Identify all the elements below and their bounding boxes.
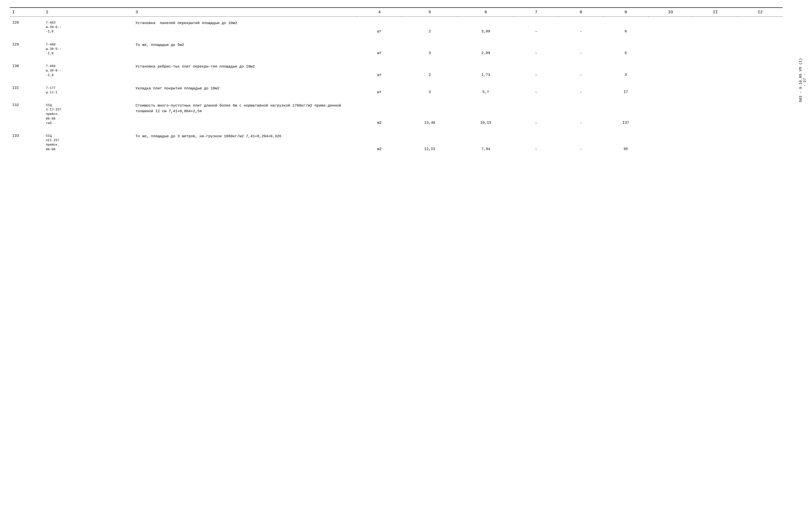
row-col12 xyxy=(737,40,783,58)
table-header: I 2 3 4 5 6 7 8 9 IO II I2 xyxy=(10,7,783,17)
row-col8: – xyxy=(559,17,603,36)
row-col9: 95 xyxy=(603,132,648,153)
row-ref: ССЦ пII-I57 прейск. 06-08 xyxy=(43,132,133,153)
row-desc: Установка ребрис-тых плит перекры-тия пл… xyxy=(133,62,357,79)
row-id: I33 xyxy=(10,132,43,153)
row-id: I3I xyxy=(10,83,43,96)
row-col5: 2 xyxy=(402,62,458,79)
header-col2: 2 xyxy=(43,7,133,17)
row-desc: Стоимость много-пустотных плит длиной бо… xyxy=(133,101,357,127)
row-col10 xyxy=(648,17,693,36)
row-desc: Укладка плит покрытия площадью до 10м2 xyxy=(133,83,357,96)
row-unit: шт xyxy=(357,62,402,79)
page-container: I 2 3 4 5 6 7 8 9 IO II I2 I28 7-463 ш.3… xyxy=(10,7,802,153)
row-col6: 2,09 xyxy=(458,40,514,58)
row-col12 xyxy=(737,132,783,153)
row-col12 xyxy=(737,101,783,127)
row-col5: I2,I5 xyxy=(402,132,458,153)
row-col6: 7,94 xyxy=(458,132,514,153)
row-col8: – xyxy=(559,83,603,96)
spacer-row xyxy=(10,79,783,83)
row-col12 xyxy=(737,83,783,96)
row-id: I29 xyxy=(10,40,43,58)
row-col10 xyxy=(648,101,693,127)
row-unit: м2 xyxy=(357,132,402,153)
row-col7: – xyxy=(514,17,559,36)
header-col1: I xyxy=(10,7,43,17)
row-ref: 7-469 ш.39-8-- -I,8 xyxy=(43,62,133,79)
row-unit: шт xyxy=(357,83,402,96)
row-col5: 3 xyxy=(402,83,458,96)
side-label-bottom: - 27 - xyxy=(803,74,807,87)
row-id: I28 xyxy=(10,17,43,36)
header-col8: 8 xyxy=(559,7,603,17)
row-col12 xyxy=(737,62,783,79)
spacer-row xyxy=(10,127,783,132)
row-col7: – xyxy=(514,83,559,96)
row-col11 xyxy=(693,40,737,58)
header-col12: I2 xyxy=(737,7,783,17)
row-unit: шт xyxy=(357,17,402,36)
row-col11 xyxy=(693,101,737,127)
row-col9: 6 xyxy=(603,17,648,36)
row-col10 xyxy=(648,62,693,79)
row-col11 xyxy=(693,17,737,36)
row-col10 xyxy=(648,132,693,153)
row-ref: ССЦ п.IJ-I57 прейск. 06-08 таб. xyxy=(43,101,133,127)
row-col6: I0,I5 xyxy=(458,101,514,127)
row-col6: 5,7 xyxy=(458,83,514,96)
row-col8: – xyxy=(559,62,603,79)
main-table: I 2 3 4 5 6 7 8 9 IO II I2 I28 7-463 ш.3… xyxy=(10,7,783,153)
row-unit: м2 xyxy=(357,101,402,127)
row-col5: 2 xyxy=(402,17,458,36)
row-col9: 3 xyxy=(603,62,648,79)
row-col9: 6 xyxy=(603,40,648,58)
row-col8: – xyxy=(559,40,603,58)
header-col3: 3 xyxy=(133,7,357,17)
row-desc: Установка панелей перекрытий площадью до… xyxy=(133,17,357,36)
row-col11 xyxy=(693,62,737,79)
row-col11 xyxy=(693,132,737,153)
row-ref: 7-463 ш.39-6-- -I,8 xyxy=(43,17,133,36)
spacer-row xyxy=(10,36,783,40)
row-ref: 7-177 ш.IJ-I xyxy=(43,83,133,96)
row-unit: шт xyxy=(357,40,402,58)
row-col7: – xyxy=(514,101,559,127)
header-col6: 6 xyxy=(458,7,514,17)
row-id: I30 xyxy=(10,62,43,79)
row-ref: 7-460 ш.39-5-- -I,8 xyxy=(43,40,133,58)
row-col5: 3 xyxy=(402,40,458,58)
header-col11: II xyxy=(693,7,737,17)
row-desc: То же, площадью до 5м2 xyxy=(133,40,357,58)
header-col9: 9 xyxy=(603,7,648,17)
header-col5: 5 xyxy=(402,7,458,17)
row-col7: – xyxy=(514,40,559,58)
row-col11 xyxy=(693,83,737,96)
row-col7: – xyxy=(514,62,559,79)
spacer-row xyxy=(10,96,783,101)
row-col12 xyxy=(737,17,783,36)
row-col6: I,73 xyxy=(458,62,514,79)
header-col4: 4 xyxy=(357,7,402,17)
row-col5: I3,46 xyxy=(402,101,458,127)
row-col9: I7 xyxy=(603,83,648,96)
header-col10: IO xyxy=(648,7,693,17)
side-label-top: 503 - 9.10.85 УП (I) xyxy=(799,58,803,102)
row-col10 xyxy=(648,40,693,58)
header-col7: 7 xyxy=(514,7,559,17)
row-col8: – xyxy=(559,101,603,127)
row-col7: – xyxy=(514,132,559,153)
row-col9: I37 xyxy=(603,101,648,127)
row-col6: 3,09 xyxy=(458,17,514,36)
row-col10 xyxy=(648,83,693,96)
row-col8: – xyxy=(559,132,603,153)
row-id: I32 xyxy=(10,101,43,127)
spacer-row xyxy=(10,57,783,62)
row-desc: То же, площадью до 3 метров, на-грузкои … xyxy=(133,132,357,153)
